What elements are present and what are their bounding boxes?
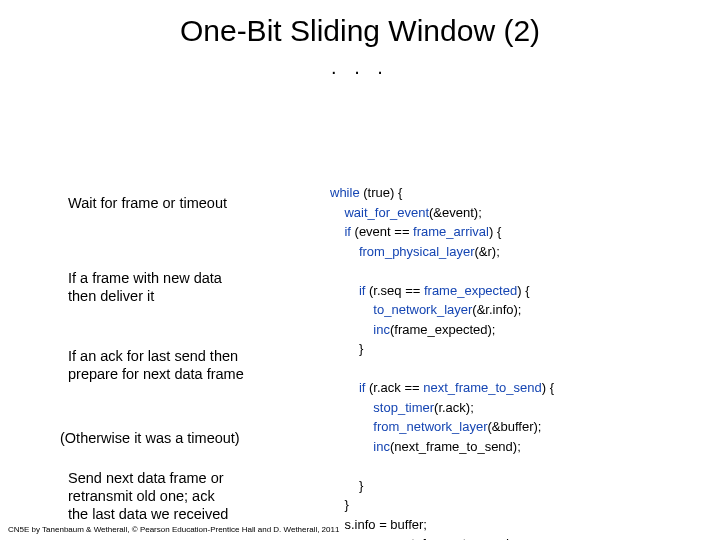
explain-send-2: retransmit old one; ack [68, 487, 288, 505]
explain-deliver-2: then deliver it [68, 287, 288, 305]
code-text: } [344, 497, 348, 512]
var-next-frame-to-send: next_frame_to_send [423, 380, 542, 395]
code-text: (&buffer); [488, 419, 542, 434]
explain-send-3: the last data we received [68, 505, 288, 523]
fn-inc: inc [373, 322, 390, 337]
fn-from-network-layer: from_network_layer [373, 419, 487, 434]
code-text: } [359, 341, 363, 356]
code-text: s.seq = next_frame_to_send; [344, 536, 512, 540]
continuation-ellipsis: . . . [0, 56, 720, 79]
const-frame-arrival: frame_arrival [413, 224, 489, 239]
fn-inc: inc [373, 439, 390, 454]
code-text: ) { [489, 224, 501, 239]
code-text: } [359, 478, 363, 493]
explain-send-1: Send next data frame or [68, 469, 288, 487]
kw-while: while [330, 185, 360, 200]
code-text: (frame_expected); [390, 322, 496, 337]
code-block: while (true) { wait_for_event(&event); i… [330, 183, 554, 540]
code-text: (r.ack); [434, 400, 474, 415]
code-text: (true) { [360, 185, 403, 200]
slide-title: One-Bit Sliding Window (2) [0, 0, 720, 48]
code-text: ) { [517, 283, 529, 298]
explain-ack-1: If an ack for last send then [68, 347, 288, 365]
copyright-footer: CN5E by Tanenbaum & Wetherall, © Pearson… [8, 525, 339, 534]
explain-timeout: (Otherwise it was a timeout) [60, 429, 280, 447]
code-text: (&event); [429, 205, 482, 220]
code-text: (&r.info); [472, 302, 521, 317]
fn-to-network-layer: to_network_layer [373, 302, 472, 317]
code-text: (r.ack == [365, 380, 423, 395]
code-text: ) { [542, 380, 554, 395]
explain-wait: Wait for frame or timeout [68, 194, 288, 212]
fn-stop-timer: stop_timer [373, 400, 434, 415]
code-text: s.info = buffer; [344, 517, 427, 532]
var-frame-expected: frame_expected [424, 283, 517, 298]
code-text: (event == [351, 224, 413, 239]
code-text: (&r); [475, 244, 500, 259]
slide: One-Bit Sliding Window (2) . . . Wait fo… [0, 0, 720, 540]
explain-deliver-1: If a frame with new data [68, 269, 288, 287]
explain-ack-2: prepare for next data frame [68, 365, 288, 383]
fn-from-physical-layer: from_physical_layer [359, 244, 475, 259]
fn-wait-for-event: wait_for_event [344, 205, 429, 220]
code-text: (next_frame_to_send); [390, 439, 521, 454]
code-text: (r.seq == [365, 283, 424, 298]
